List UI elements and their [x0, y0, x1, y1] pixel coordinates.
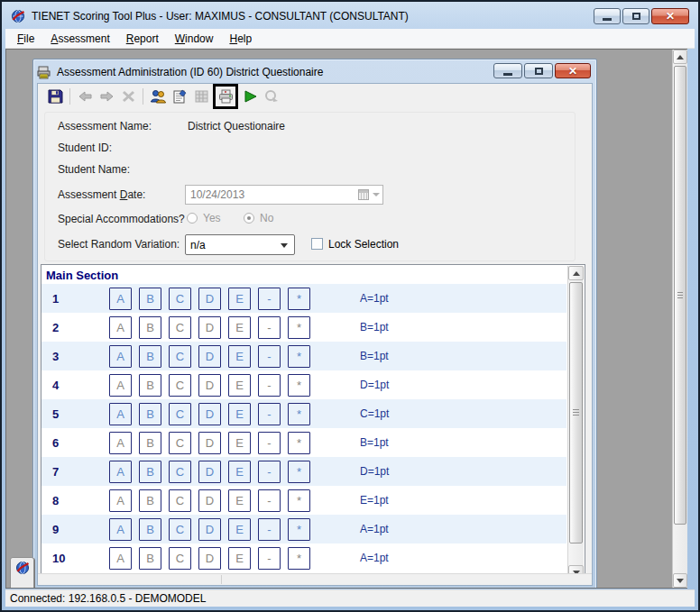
answer-button-e[interactable]: E [228, 403, 251, 425]
answer-button-a[interactable]: A [109, 288, 132, 310]
assessment-date-field[interactable]: 10/24/2013 [185, 185, 383, 205]
answer-button-a[interactable]: A [109, 403, 132, 425]
mdi-scroll-thumb[interactable] [674, 66, 686, 525]
answer-button-star[interactable]: * [288, 316, 310, 339]
print-button[interactable] [216, 87, 235, 105]
answer-button-star[interactable]: * [288, 374, 310, 397]
lock-selection-option[interactable]: Lock Selection [311, 238, 399, 251]
calendar-dropdown-button[interactable] [349, 187, 380, 202]
submit-button[interactable] [261, 86, 282, 107]
menu-help[interactable]: Help [221, 30, 260, 48]
answer-button-a[interactable]: A [109, 432, 132, 454]
answer-button-b[interactable]: B [139, 547, 161, 570]
answer-button-dash[interactable]: - [258, 374, 281, 397]
mdi-scroll-down-button[interactable] [673, 573, 687, 588]
answer-button-c[interactable]: C [169, 288, 191, 310]
answer-button-c[interactable]: C [169, 489, 191, 512]
properties-button[interactable] [169, 86, 190, 107]
answer-button-e[interactable]: E [228, 489, 251, 512]
child-minimize-button[interactable] [493, 63, 522, 78]
answer-button-c[interactable]: C [169, 518, 191, 541]
maximize-button[interactable] [622, 8, 649, 24]
minimized-window-button[interactable] [10, 557, 34, 589]
answer-button-d[interactable]: D [198, 288, 221, 310]
students-button[interactable] [147, 86, 169, 107]
menu-report[interactable]: Report [118, 30, 167, 48]
answer-button-dash[interactable]: - [258, 316, 281, 339]
answer-button-a[interactable]: A [109, 518, 132, 541]
answer-button-star[interactable]: * [288, 489, 310, 512]
answer-button-a[interactable]: A [109, 547, 132, 570]
grid-scroll-thumb[interactable] [569, 282, 583, 543]
answer-button-d[interactable]: D [198, 316, 221, 339]
menu-assessment[interactable]: Assessment [42, 30, 117, 48]
answer-button-dash[interactable]: - [258, 489, 281, 512]
answer-button-e[interactable]: E [228, 288, 251, 310]
answer-button-star[interactable]: * [288, 288, 310, 310]
answer-button-b[interactable]: B [139, 316, 161, 339]
forward-button[interactable] [96, 86, 117, 107]
back-button[interactable] [74, 86, 96, 107]
answer-button-d[interactable]: D [198, 432, 221, 454]
answer-button-d[interactable]: D [198, 461, 221, 483]
answer-button-dash[interactable]: - [258, 345, 281, 368]
answer-button-d[interactable]: D [198, 345, 221, 368]
grid-scrollbar[interactable] [567, 266, 584, 580]
answer-button-c[interactable]: C [169, 461, 191, 483]
menu-file[interactable]: File [9, 30, 42, 48]
answer-button-dash[interactable]: - [258, 518, 281, 541]
save-button[interactable] [44, 86, 66, 107]
answer-button-b[interactable]: B [139, 489, 161, 512]
answer-button-c[interactable]: C [169, 316, 191, 339]
answer-button-star[interactable]: * [288, 547, 310, 570]
answer-button-d[interactable]: D [198, 489, 221, 512]
answer-button-a[interactable]: A [109, 489, 132, 512]
score-grid-button[interactable] [190, 86, 212, 107]
answer-button-a[interactable]: A [109, 374, 132, 397]
answer-button-b[interactable]: B [139, 345, 161, 368]
answer-button-c[interactable]: C [169, 547, 191, 570]
answer-button-e[interactable]: E [228, 374, 251, 397]
answer-button-a[interactable]: A [109, 316, 132, 339]
menu-window[interactable]: Window [167, 30, 222, 48]
answer-button-dash[interactable]: - [258, 432, 281, 454]
answer-button-b[interactable]: B [139, 461, 161, 483]
child-restore-button[interactable] [524, 63, 553, 78]
answer-button-dash[interactable]: - [258, 461, 281, 483]
answer-button-a[interactable]: A [109, 461, 132, 483]
close-button[interactable]: ✕ [651, 8, 689, 24]
answer-button-e[interactable]: E [228, 316, 251, 339]
minimize-button[interactable] [594, 8, 621, 24]
answer-button-star[interactable]: * [288, 432, 310, 454]
answer-button-e[interactable]: E [228, 461, 251, 483]
answer-button-d[interactable]: D [198, 518, 221, 541]
answer-button-e[interactable]: E [228, 432, 251, 454]
answer-button-b[interactable]: B [139, 374, 161, 397]
answer-button-b[interactable]: B [139, 432, 161, 454]
answer-button-dash[interactable]: - [258, 547, 281, 570]
answer-button-dash[interactable]: - [258, 288, 281, 310]
answer-button-d[interactable]: D [198, 374, 221, 397]
mdi-scroll-up-button[interactable] [673, 50, 687, 64]
answer-button-b[interactable]: B [139, 288, 161, 310]
answer-button-b[interactable]: B [139, 403, 161, 425]
delete-button[interactable] [117, 86, 139, 107]
answer-button-c[interactable]: C [169, 432, 191, 454]
run-button[interactable] [239, 86, 261, 107]
answer-button-e[interactable]: E [228, 518, 251, 541]
accommodation-yes-option[interactable]: Yes [187, 212, 221, 224]
answer-button-b[interactable]: B [139, 518, 161, 541]
answer-button-star[interactable]: * [288, 403, 310, 425]
answer-button-c[interactable]: C [169, 374, 191, 397]
answer-button-dash[interactable]: - [258, 403, 281, 425]
random-variation-select[interactable]: n/a [185, 234, 295, 255]
answer-button-star[interactable]: * [288, 518, 310, 541]
mdi-scrollbar[interactable] [672, 50, 687, 588]
answer-button-star[interactable]: * [288, 461, 310, 483]
grid-scroll-up-button[interactable] [568, 266, 584, 280]
child-close-button[interactable]: ✕ [555, 63, 591, 78]
answer-button-d[interactable]: D [198, 547, 221, 570]
answer-button-a[interactable]: A [109, 345, 132, 368]
answer-button-c[interactable]: C [169, 403, 191, 425]
answer-button-star[interactable]: * [288, 345, 310, 368]
